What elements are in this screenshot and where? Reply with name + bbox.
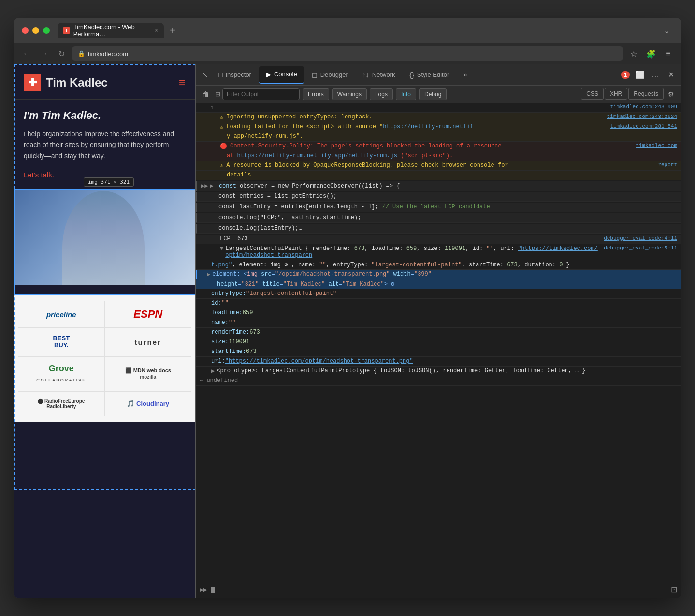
- active-tab[interactable]: T TimKadlec.com - Web Performa… ×: [58, 23, 164, 38]
- csp-link[interactable]: https://netlify-rum.netlify.app/netlify-…: [237, 152, 397, 159]
- element-cont: height="321" title="Tim Kadlec" alt="Tim…: [217, 280, 394, 288]
- line-source[interactable]: timkadlec.com: [636, 143, 677, 148]
- console-input-row[interactable]: ▶▶ ⊡: [196, 581, 681, 598]
- close-button[interactable]: [22, 27, 29, 34]
- devtools-toolbar: ↖ □ Inspector ▶ Console ◻ Debugger ↑↓ Ne…: [196, 64, 681, 86]
- node-picker-icon[interactable]: ↖: [199, 70, 211, 79]
- code-expand[interactable]: ▶: [210, 183, 213, 190]
- element-line: ▶ element: <img src="/optim/headshot-tra…: [196, 270, 681, 279]
- line-number: [200, 162, 214, 163]
- css-filter-tab[interactable]: CSS: [581, 88, 604, 100]
- code-line1: ▶ const observer = new PerformanceObserv…: [210, 182, 677, 190]
- prop-line: url: "https://timkadlec.com/optim/headsh…: [196, 357, 681, 367]
- site-logos: priceline ESPN BESTBUY. turner GroveCOLL…: [14, 295, 195, 422]
- responsive-design-button[interactable]: ⬜: [633, 68, 647, 82]
- code-line: const entries = list.getEntries();: [196, 192, 681, 202]
- code-block: ▶▶ ▶ const observer = new PerformanceObs…: [196, 181, 681, 191]
- info-filter-btn[interactable]: Info: [396, 88, 416, 100]
- hamburger-menu[interactable]: ≡: [179, 76, 186, 89]
- logo-turner: turner: [105, 328, 192, 356]
- line-source[interactable]: timkadlec.com:281:541: [610, 123, 677, 129]
- prototype-expand[interactable]: ▶: [211, 367, 215, 375]
- prop-line: renderTime: 673: [196, 328, 681, 337]
- prop-line: id: "": [196, 299, 681, 308]
- tab-network[interactable]: ↑↓ Network: [356, 66, 402, 84]
- line-source[interactable]: debugger_eval_code:4:11: [604, 235, 677, 241]
- bookmark-icon[interactable]: ☆: [627, 47, 640, 60]
- tab-console[interactable]: ▶ Console: [259, 66, 304, 84]
- maximize-button[interactable]: [43, 27, 50, 34]
- line-source[interactable]: timkadlec.com:243:3624: [607, 114, 677, 119]
- tab-style-editor[interactable]: {} Style Editor: [403, 66, 456, 84]
- site-image: [14, 189, 196, 285]
- menu-icon[interactable]: ≡: [662, 47, 675, 60]
- line-content: details.: [227, 172, 677, 178]
- tab-debugger[interactable]: ◻ Debugger: [305, 66, 355, 84]
- forward-button[interactable]: →: [37, 47, 51, 60]
- site-header: ✚ Tim Kadlec ≡: [14, 64, 195, 100]
- url-text: timkadlec.com: [88, 50, 128, 58]
- line-source[interactable]: report: [658, 162, 677, 168]
- refresh-button[interactable]: ↻: [55, 47, 68, 60]
- tab-close-btn[interactable]: ×: [155, 27, 158, 34]
- logo-cloudinary: 🎵 Cloudinary: [105, 391, 192, 416]
- toolbar-icons: ☆ 🧩 ≡: [627, 47, 675, 60]
- inspector-icon: □: [218, 71, 222, 79]
- expand-arrow[interactable]: ▼: [220, 245, 223, 252]
- split-console-btn[interactable]: ⊡: [671, 585, 677, 594]
- console-prompt: ▶▶: [200, 586, 207, 593]
- back-button[interactable]: ←: [20, 47, 33, 60]
- line-content: Loading failed for the <script> with sou…: [226, 123, 604, 130]
- console-line: ⚠ Ignoring unsupported entryTypes: longt…: [196, 113, 681, 122]
- console-filter-bar: 🗑 ⊟ Errors Warnings Logs Info Debug CSS …: [196, 86, 681, 103]
- tab-more[interactable]: »: [457, 66, 474, 84]
- clear-console-button[interactable]: 🗑: [200, 88, 212, 101]
- close-devtools-button[interactable]: ✕: [664, 68, 678, 82]
- extensions-icon[interactable]: 🧩: [644, 47, 658, 60]
- lcp-line: LCP: 673 debugger_eval_code:4:11: [196, 235, 681, 244]
- warn-icon: ⚠: [220, 162, 223, 169]
- line-number: [200, 143, 214, 144]
- tab-title: TimKadlec.com - Web Performa…: [73, 23, 149, 38]
- link[interactable]: https://netlify-rum.netlif: [383, 123, 473, 130]
- element-line-cont: height="321" title="Tim Kadlec" alt="Tim…: [196, 279, 681, 289]
- tab-inspector[interactable]: □ Inspector: [212, 66, 258, 84]
- undefined-content: ← undefined: [200, 377, 677, 384]
- logo-icon: ✚: [24, 74, 41, 91]
- line-number: [200, 123, 214, 124]
- console-line: ⚠ Loading failed for the <script> with s…: [196, 122, 681, 132]
- expand-arrow[interactable]: ▶▶: [201, 182, 208, 190]
- network-icon: ↑↓: [362, 71, 369, 79]
- tab-favicon: T: [63, 27, 70, 34]
- element-content: element: <img src="/optim/headshot-trans…: [212, 271, 432, 278]
- more-options-button[interactable]: …: [648, 68, 663, 82]
- address-field[interactable]: 🔒 timkadlec.com: [72, 46, 623, 61]
- code-line: console.log("LCP:", lastEntry.startTime)…: [196, 213, 681, 223]
- filter-input[interactable]: [222, 88, 300, 100]
- undefined-line: ← undefined: [196, 376, 681, 386]
- site-body: I'm Tim Kadlec. I help organizations imp…: [14, 100, 195, 189]
- chevron-down-icon[interactable]: ⌄: [660, 24, 673, 37]
- line-source[interactable]: timkadlec.com:243:909: [610, 104, 677, 110]
- new-tab-button[interactable]: +: [166, 24, 179, 37]
- console-settings-button[interactable]: ⚙: [665, 88, 677, 101]
- prop-line: ▶ <prototype>: LargestContentfulPaintPro…: [196, 367, 681, 376]
- url-link[interactable]: "https://timkadlec.com/optim/headshot-tr…: [225, 358, 413, 365]
- line-content: Content-Security-Policy: The page's sett…: [230, 143, 630, 149]
- requests-filter-tab[interactable]: Requests: [628, 88, 664, 100]
- console-icon: ▶: [266, 71, 271, 78]
- warnings-filter-btn[interactable]: Warnings: [332, 88, 367, 100]
- logs-filter-btn[interactable]: Logs: [370, 88, 393, 100]
- line-number: 1: [200, 104, 214, 111]
- xhr-filter-tab[interactable]: XHR: [605, 88, 627, 100]
- debug-filter-btn[interactable]: Debug: [419, 88, 447, 100]
- line-content: at https://netlify-rum.netlify.app/netli…: [227, 152, 677, 159]
- errors-filter-btn[interactable]: Errors: [303, 88, 329, 100]
- code-content: console.log(lastEntry);…: [218, 225, 302, 232]
- logo-bestbuy: BESTBUY.: [18, 328, 105, 356]
- line-content: y.app/netlify-rum.js".: [227, 133, 677, 140]
- console-line: 🔴 Content-Security-Policy: The page's se…: [196, 142, 681, 151]
- line-source[interactable]: debugger_eval_code:5:11: [604, 245, 677, 251]
- minimize-button[interactable]: [32, 27, 39, 34]
- element-expand-arrow[interactable]: ▶: [207, 271, 210, 278]
